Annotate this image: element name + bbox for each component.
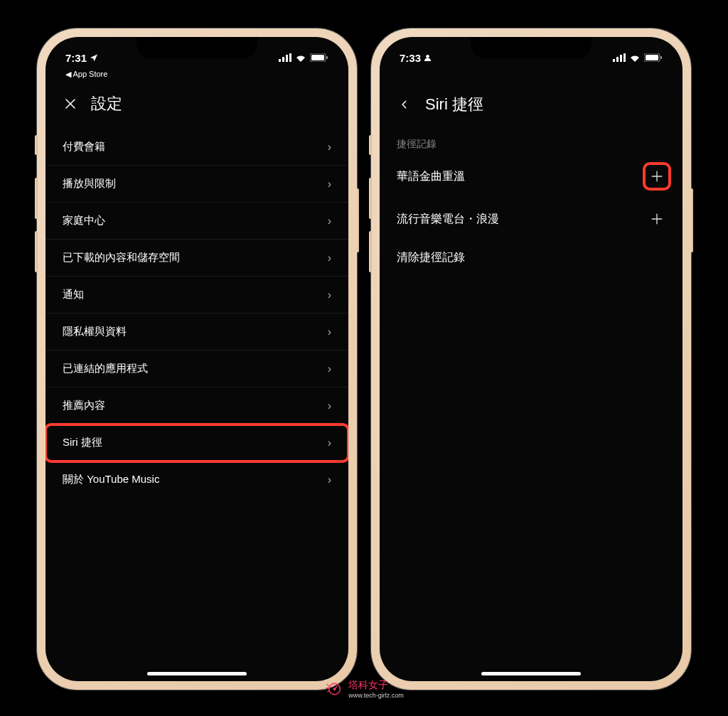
svg-rect-16 (660, 56, 662, 59)
settings-row-siri-shortcuts[interactable]: Siri 捷徑 › (46, 424, 348, 461)
svg-rect-13 (623, 53, 626, 62)
svg-rect-5 (311, 55, 324, 60)
row-label: 付費會籍 (63, 140, 105, 154)
settings-row-notifications[interactable]: 通知 › (46, 277, 348, 314)
add-shortcut-button[interactable] (646, 208, 668, 230)
status-time: 7:33 (400, 52, 421, 64)
chevron-right-icon: › (328, 215, 331, 228)
row-label: 推薦內容 (63, 399, 105, 412)
chevron-right-icon: › (328, 363, 331, 375)
row-label: 家庭中心 (63, 214, 105, 228)
settings-list: 付費會籍 › 播放與限制 › 家庭中心 › 已下載的內容和儲存空間 › 通知 ›… (46, 124, 348, 502)
power-button (356, 188, 359, 252)
volume-down-button (35, 231, 38, 272)
person-icon (424, 54, 432, 62)
signal-icon (279, 53, 291, 62)
settings-row-connected-apps[interactable]: 已連結的應用程式 › (46, 351, 348, 388)
back-to-app[interactable]: ◀ App Store (46, 70, 348, 79)
row-label: 關於 YouTube Music (63, 473, 159, 486)
plus-icon (651, 213, 663, 225)
back-button[interactable] (397, 97, 412, 112)
shortcut-label: 流行音樂電台・浪漫 (397, 212, 499, 227)
svg-rect-12 (620, 55, 622, 62)
battery-icon (310, 53, 328, 62)
row-label: 播放與限制 (63, 177, 116, 191)
svg-rect-3 (289, 53, 291, 62)
settings-row-family[interactable]: 家庭中心 › (46, 203, 348, 240)
header: 設定 (46, 79, 348, 124)
watermark-url: www.tech-girlz.com (348, 692, 404, 699)
settings-row-downloads[interactable]: 已下載的內容和儲存空間 › (46, 240, 348, 277)
row-label: 已連結的應用程式 (63, 362, 148, 375)
svg-line-22 (327, 685, 329, 687)
row-label: Siri 捷徑 (63, 436, 102, 449)
location-arrow-icon (90, 53, 98, 62)
settings-row-playback[interactable]: 播放與限制 › (46, 166, 348, 203)
chevron-right-icon: › (328, 326, 331, 338)
header: Siri 捷徑 (380, 80, 682, 125)
volume-up-button (35, 178, 38, 219)
svg-rect-10 (613, 59, 615, 62)
wifi-icon (295, 53, 306, 62)
plus-icon (651, 170, 663, 183)
add-shortcut-button[interactable] (646, 165, 668, 188)
notch (471, 37, 592, 58)
chevron-right-icon: › (328, 141, 331, 154)
chevron-right-icon: › (328, 252, 331, 265)
chevron-right-icon: › (328, 178, 331, 191)
notch (136, 37, 257, 58)
home-indicator[interactable] (147, 672, 247, 675)
home-indicator[interactable] (481, 672, 581, 675)
close-button[interactable] (63, 96, 78, 112)
page-title: 設定 (91, 93, 122, 114)
battery-icon (644, 53, 663, 62)
wifi-icon (629, 53, 641, 62)
phone-right: 7:33 (371, 28, 691, 690)
status-time: 7:31 (65, 52, 87, 64)
screen-right: 7:33 (380, 37, 682, 681)
volume-down-button (369, 231, 372, 272)
svg-rect-15 (646, 55, 658, 60)
svg-point-9 (426, 54, 429, 58)
chevron-left-icon (400, 98, 410, 111)
row-label: 通知 (63, 288, 84, 301)
signal-icon (613, 53, 626, 62)
svg-rect-0 (279, 59, 281, 62)
svg-line-26 (335, 686, 338, 689)
close-icon (64, 97, 77, 110)
clear-label: 清除捷徑記錄 (397, 251, 465, 263)
watermark: 塔科女子 www.tech-girlz.com (324, 679, 404, 699)
svg-rect-11 (616, 57, 619, 62)
chevron-right-icon: › (328, 400, 331, 412)
logo-icon (324, 680, 343, 698)
svg-rect-6 (326, 56, 328, 59)
shortcut-row: 華語金曲重溫 (380, 155, 682, 198)
page-title: Siri 捷徑 (425, 94, 483, 115)
chevron-right-icon: › (328, 289, 331, 301)
power-button (690, 188, 693, 252)
side-button (369, 135, 372, 155)
watermark-name: 塔科女子 (348, 679, 388, 690)
section-label: 捷徑記錄 (380, 125, 682, 155)
shortcut-row: 流行音樂電台・浪漫 (380, 198, 682, 240)
row-label: 已下載的內容和儲存空間 (63, 251, 180, 265)
clear-shortcuts-button[interactable]: 清除捷徑記錄 (380, 240, 682, 275)
chevron-right-icon: › (328, 437, 331, 449)
row-label: 隱私權與資料 (63, 325, 127, 338)
svg-rect-2 (286, 55, 288, 62)
settings-row-about[interactable]: 關於 YouTube Music › (46, 461, 348, 498)
shortcut-label: 華語金曲重溫 (397, 169, 465, 184)
chevron-right-icon: › (328, 474, 331, 486)
volume-up-button (369, 178, 372, 219)
screen-left: 7:31 ◀ App Store (46, 37, 348, 681)
chevron-left-icon: ◀ (65, 70, 71, 78)
phone-left: 7:31 ◀ App Store (37, 28, 357, 690)
side-button (35, 135, 38, 155)
svg-rect-1 (282, 57, 284, 62)
settings-row-membership[interactable]: 付費會籍 › (46, 129, 348, 166)
settings-row-privacy[interactable]: 隱私權與資料 › (46, 314, 348, 351)
settings-row-recommended[interactable]: 推薦內容 › (46, 388, 348, 424)
